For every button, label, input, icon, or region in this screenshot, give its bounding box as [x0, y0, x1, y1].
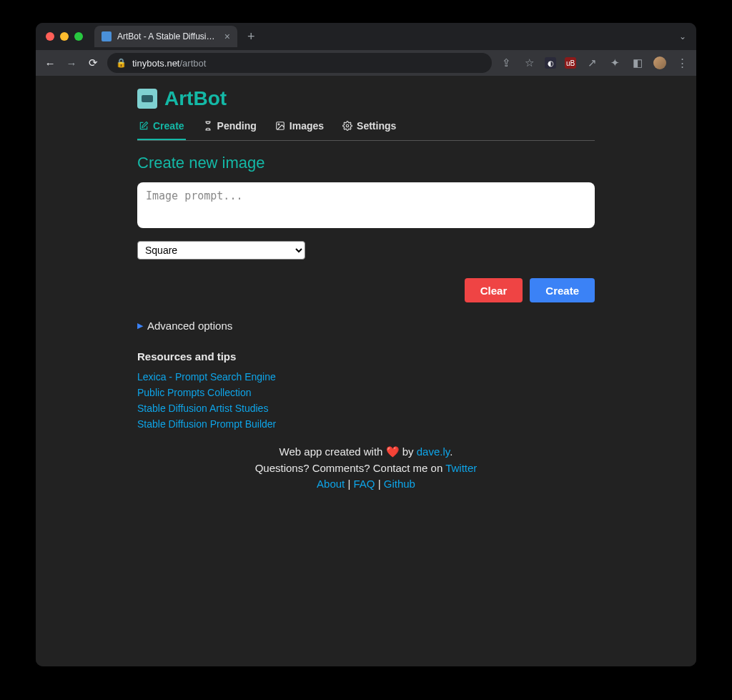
resource-link-public-prompts[interactable]: Public Prompts Collection: [137, 387, 595, 398]
favicon-icon: [102, 31, 112, 41]
resources-list: Lexica - Prompt Search Engine Public Pro…: [137, 371, 595, 430]
footer-line-1: Web app created with ❤️ by dave.ly.: [137, 444, 595, 460]
nav-create-label: Create: [153, 120, 184, 132]
github-link[interactable]: Github: [384, 478, 415, 490]
size-select[interactable]: Square: [137, 241, 305, 260]
share-icon[interactable]: ⇪: [499, 56, 513, 69]
nav-images[interactable]: Images: [274, 114, 325, 140]
nav-pending-label: Pending: [217, 120, 257, 132]
lock-icon: 🔒: [116, 58, 127, 68]
browser-tab[interactable]: ArtBot - A Stable Diffusion dem ×: [94, 26, 237, 47]
window-controls: [43, 32, 89, 41]
side-panel-icon[interactable]: ◧: [630, 56, 645, 69]
reload-button[interactable]: ⟳: [86, 56, 100, 69]
nav-settings[interactable]: Settings: [341, 114, 397, 140]
hourglass-icon: [203, 121, 213, 131]
extension-ublock-icon[interactable]: uB: [565, 57, 576, 69]
toolbar-right: ⇪ ☆ ◐ uB ↗ ✦ ◧ ⋮: [499, 56, 689, 69]
twitter-link[interactable]: Twitter: [445, 462, 477, 474]
browser-window: ArtBot - A Stable Diffusion dem × + ⌄ ← …: [36, 23, 696, 666]
main-container: ArtBot Create Pending: [137, 76, 595, 510]
triangle-right-icon: ▶: [137, 321, 143, 330]
extension-icon[interactable]: ◐: [545, 57, 556, 69]
heart-icon: ❤️: [386, 445, 400, 458]
nav-settings-label: Settings: [357, 120, 396, 132]
address-bar[interactable]: 🔒 tinybots.net/artbot: [107, 53, 492, 73]
resource-link-artist-studies[interactable]: Stable Diffusion Artist Studies: [137, 403, 595, 414]
advanced-options-label: Advanced options: [147, 320, 232, 332]
author-link[interactable]: dave.ly: [417, 445, 450, 458]
maximize-window-button[interactable]: [74, 32, 83, 41]
page-content: ArtBot Create Pending: [36, 76, 696, 666]
svg-point-1: [278, 124, 280, 125]
clear-button[interactable]: Clear: [465, 278, 523, 302]
resources-heading: Resources and tips: [137, 350, 595, 363]
advanced-options-toggle[interactable]: ▶ Advanced options: [137, 320, 595, 332]
browser-toolbar: ← → ⟳ 🔒 tinybots.net/artbot ⇪ ☆ ◐ uB ↗ ✦…: [36, 50, 696, 76]
close-window-button[interactable]: [46, 32, 54, 41]
url-text: tinybots.net/artbot: [132, 58, 206, 69]
page-heading: Create new image: [137, 154, 595, 172]
tabs-dropdown-icon[interactable]: ⌄: [679, 31, 689, 41]
brand-title: ArtBot: [164, 87, 227, 110]
main-nav: Create Pending Images: [137, 114, 595, 141]
image-icon: [275, 121, 285, 131]
footer-line-3: About | FAQ | Github: [137, 476, 595, 493]
profile-avatar[interactable]: [653, 56, 666, 69]
brand-header: ArtBot: [137, 87, 595, 110]
footer: Web app created with ❤️ by dave.ly. Ques…: [137, 444, 595, 493]
tab-strip: ArtBot - A Stable Diffusion dem × + ⌄: [36, 23, 696, 50]
button-row: Clear Create: [137, 278, 595, 302]
nav-images-label: Images: [290, 120, 324, 132]
svg-point-2: [346, 124, 349, 127]
forward-button[interactable]: →: [64, 57, 79, 69]
kebab-menu-icon[interactable]: ⋮: [675, 56, 689, 69]
extension-icon-2[interactable]: ↗: [585, 56, 599, 69]
minimize-window-button[interactable]: [60, 32, 69, 41]
back-button[interactable]: ←: [43, 57, 57, 69]
resource-link-lexica[interactable]: Lexica - Prompt Search Engine: [137, 371, 595, 383]
create-button[interactable]: Create: [530, 278, 595, 302]
close-tab-icon[interactable]: ×: [224, 31, 230, 42]
gear-icon: [342, 121, 352, 131]
faq-link[interactable]: FAQ: [353, 478, 375, 490]
footer-line-2: Questions? Comments? Contact me on Twitt…: [137, 460, 595, 477]
artbot-logo-icon: [137, 89, 157, 109]
url-host: tinybots.net: [132, 58, 180, 69]
nav-create[interactable]: Create: [137, 114, 186, 140]
edit-icon: [139, 121, 149, 131]
new-tab-button[interactable]: +: [243, 29, 259, 44]
about-link[interactable]: About: [317, 478, 345, 490]
prompt-input[interactable]: [137, 182, 595, 228]
nav-pending[interactable]: Pending: [202, 114, 258, 140]
tab-title: ArtBot - A Stable Diffusion dem: [117, 31, 219, 41]
resource-link-prompt-builder[interactable]: Stable Diffusion Prompt Builder: [137, 418, 595, 430]
url-path: /artbot: [180, 58, 207, 69]
bookmark-icon[interactable]: ☆: [522, 56, 536, 69]
extensions-puzzle-icon[interactable]: ✦: [608, 56, 622, 69]
